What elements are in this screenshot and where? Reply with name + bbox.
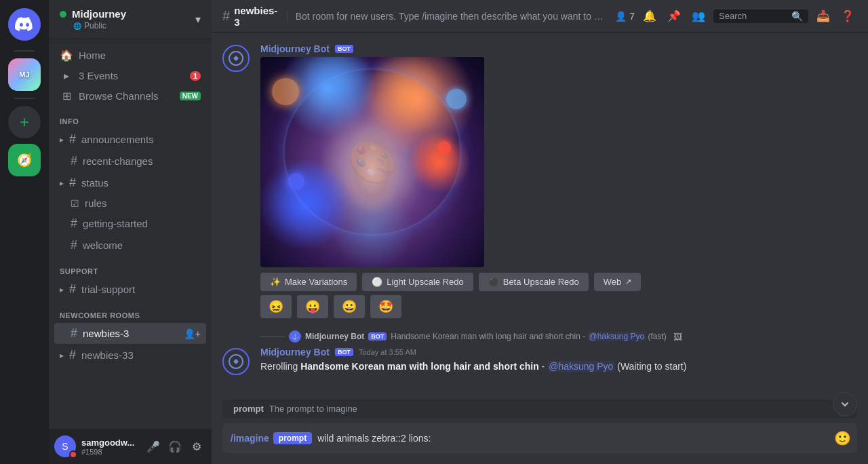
user-discriminator: #1598 <box>81 448 138 456</box>
emoji-grin[interactable]: 😀 <box>334 295 365 318</box>
sidebar-item-recent-changes[interactable]: # recent-changes <box>54 151 206 172</box>
search-box[interactable]: 🔍 <box>713 9 808 23</box>
prompt-description: The prompt to imagine <box>269 404 357 414</box>
channel-label: status <box>81 177 108 189</box>
topbar-description: Bot room for new users. Type /imagine th… <box>287 11 608 22</box>
member-count-value: 7 <box>629 11 635 22</box>
server-midjourney[interactable]: MJ <box>8 58 41 91</box>
icon-bar: MJ + 🧭 <box>0 0 49 464</box>
light-upscale-icon: ⚪ <box>372 277 382 287</box>
emoji-reactions: 😖 😛 😀 🤩 <box>260 295 857 318</box>
message-author: Midjourney Bot <box>260 43 330 54</box>
events-badge: 1 <box>190 71 201 81</box>
hash-icon3: # <box>69 176 76 190</box>
user-avatar: S <box>54 436 76 457</box>
explore-button[interactable]: 🧭 <box>8 144 41 176</box>
slash-command: /imagine <box>231 433 269 444</box>
events-icon: ▸ <box>60 69 73 82</box>
channel-name: # newbies-3 <box>222 5 279 28</box>
topbar-hash-icon: # <box>222 8 230 24</box>
ref-avatar: ⚓ <box>289 330 301 343</box>
chevron-icon3: ▸ <box>60 285 64 294</box>
bell-icon[interactable]: 🔔 <box>640 7 659 26</box>
channel-label: welcome <box>83 239 123 251</box>
message-input[interactable] <box>317 433 830 444</box>
reroll-content: Midjourney Bot BOT Today at 3:55 AM Rero… <box>260 347 857 375</box>
browse-new-badge: NEW <box>180 92 201 100</box>
sidebar-item-events[interactable]: ▸ 3 Events 1 <box>54 66 206 85</box>
main-content: # newbies-3 Bot room for new users. Type… <box>212 0 868 464</box>
reroll-author: Midjourney Bot <box>260 347 330 357</box>
sidebar-item-newbies-3[interactable]: # newbies-3 👤+ <box>54 323 206 344</box>
prompt-bar: prompt The prompt to imagine <box>222 400 857 418</box>
reroll-mention: @haksung Pyo <box>547 361 614 372</box>
message-reference: ⚓ Midjourney Bot BOT Handsome Korean man… <box>222 329 857 344</box>
sidebar-item-browse[interactable]: ⊞ Browse Channels NEW <box>54 86 206 106</box>
discord-logo[interactable] <box>8 8 41 41</box>
chevron-icon4: ▸ <box>60 351 64 360</box>
messages-container: Midjourney Bot BOT <box>212 33 868 464</box>
message-content-1: Midjourney Bot BOT <box>260 43 857 318</box>
beta-upscale-redo-button[interactable]: ⚫ Beta Upscale Redo <box>479 273 589 291</box>
server-chevron-icon: ▾ <box>195 13 201 26</box>
sidebar-item-welcome[interactable]: # welcome <box>54 235 206 256</box>
reroll-time: Today at 3:55 AM <box>359 348 416 356</box>
sidebar-item-trial-support[interactable]: ▸ # trial-support <box>54 279 206 300</box>
topbar-actions: 👤 7 🔔 📌 👥 🔍 📥 ❓ <box>615 7 857 26</box>
hash-icon8: # <box>69 348 76 362</box>
channel-label: newbies-3 <box>83 328 129 339</box>
ref-mention: @haksung Pyo <box>588 332 646 341</box>
hash-icon2: # <box>71 154 77 168</box>
emoji-picker-button[interactable]: 🙂 <box>830 426 854 450</box>
deafen-button[interactable]: 🎧 <box>165 437 184 456</box>
user-bar: S samgoodw... #1598 🎤 🎧 ⚙ <box>49 429 212 464</box>
inbox-icon[interactable]: 📥 <box>814 7 833 26</box>
sidebar: Midjourney 🌐 Public ▾ 🏠 Home ▸ 3 Events … <box>49 0 212 464</box>
ref-bot-badge: BOT <box>368 332 387 341</box>
sidebar-item-getting-started[interactable]: # getting-started <box>54 213 206 234</box>
browse-icon: ⊞ <box>60 90 73 102</box>
scroll-to-bottom-button[interactable] <box>833 392 857 417</box>
settings-button[interactable]: ⚙ <box>187 437 206 456</box>
sidebar-item-status[interactable]: ▸ # status <box>54 172 206 193</box>
members-panel-icon[interactable]: 👥 <box>689 7 708 26</box>
add-member-icon[interactable]: 👤+ <box>184 328 201 339</box>
add-server-button[interactable]: + <box>8 106 41 138</box>
channel-label: newbies-33 <box>81 349 134 361</box>
beta-upscale-icon: ⚫ <box>488 277 499 287</box>
make-variations-button[interactable]: ✨ Make Variations <box>260 273 357 291</box>
channel-label: announcements <box>81 134 154 145</box>
hash-icon6: # <box>69 282 76 296</box>
input-left: /imagine prompt <box>231 432 830 444</box>
hash-icon7: # <box>71 326 77 341</box>
sidebar-item-newbies-33[interactable]: ▸ # newbies-33 <box>54 345 206 366</box>
sidebar-item-announcements[interactable]: ▸ # announcements <box>54 129 206 150</box>
divider <box>14 50 35 52</box>
members-icon: 👤 <box>615 11 627 22</box>
pin-icon[interactable]: 📌 <box>665 7 684 26</box>
search-input[interactable] <box>719 11 787 21</box>
search-icon: 🔍 <box>791 11 803 22</box>
user-controls: 🎤 🎧 ⚙ <box>144 437 206 456</box>
light-upscale-redo-button[interactable]: ⚪ Light Upscale Redo <box>362 273 473 291</box>
channel-label: rules <box>85 197 107 209</box>
sidebar-item-rules[interactable]: ☑ rules <box>54 194 206 212</box>
emoji-grimace[interactable]: 😖 <box>260 295 292 318</box>
divider2 <box>14 98 35 99</box>
section-info: INFO <box>49 107 212 128</box>
emoji-tongue[interactable]: 😛 <box>297 295 328 318</box>
reroll-bold: Handsome Korean man with long hair and s… <box>300 361 539 372</box>
mute-button[interactable]: 🎤 <box>144 437 163 456</box>
web-button[interactable]: Web ↗ <box>594 273 642 291</box>
check-icon: ☑ <box>71 198 79 209</box>
message-header-1: Midjourney Bot BOT <box>260 43 857 54</box>
sidebar-item-home[interactable]: 🏠 Home <box>54 45 206 65</box>
hash-icon4: # <box>71 216 77 231</box>
help-icon[interactable]: ❓ <box>838 7 857 26</box>
server-header[interactable]: Midjourney 🌐 Public ▾ <box>49 0 212 39</box>
generated-image[interactable] <box>260 57 484 267</box>
emoji-starstruck[interactable]: 🤩 <box>370 295 401 318</box>
channel-label: trial-support <box>81 284 135 295</box>
prompt-label: prompt <box>233 404 264 414</box>
section-support: SUPPORT <box>49 256 212 278</box>
